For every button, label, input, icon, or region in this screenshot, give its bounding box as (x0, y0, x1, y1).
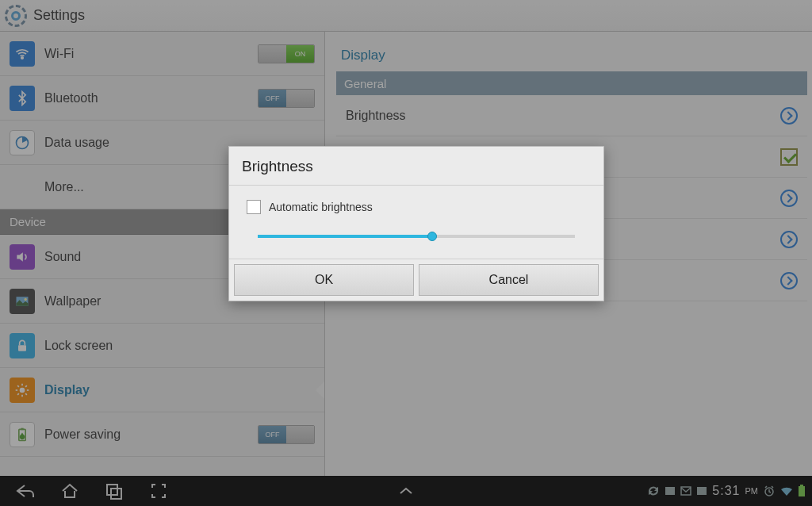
sidebar-item-lock-screen[interactable]: Lock screen (0, 324, 324, 368)
sidebar-label: Data usage (44, 136, 109, 150)
svg-line-11 (25, 393, 27, 395)
brightness-dialog: Brightness Automatic brightness OK Cance… (228, 146, 604, 301)
chevron-right-icon (780, 231, 798, 248)
chevron-right-icon (780, 190, 798, 207)
display-icon (10, 378, 35, 403)
sidebar-item-bluetooth[interactable]: Bluetooth OFF (0, 76, 324, 121)
svg-line-10 (17, 385, 19, 387)
checkbox-checked-icon (780, 148, 798, 166)
header-title: Settings (33, 7, 85, 24)
alarm-icon (763, 485, 776, 496)
sound-icon (10, 244, 35, 270)
bluetooth-icon (10, 86, 35, 111)
svg-rect-4 (18, 345, 26, 351)
detail-section-general: General (336, 71, 807, 95)
svg-point-3 (25, 297, 27, 300)
automatic-brightness-row[interactable]: Automatic brightness (247, 200, 586, 214)
recent-apps-button[interactable] (103, 480, 125, 502)
mail-icon (680, 486, 691, 496)
chevron-right-icon (780, 107, 798, 125)
sidebar-label: Display (44, 383, 90, 397)
svg-point-0 (21, 56, 24, 59)
download-icon (696, 486, 707, 496)
sidebar-label: Sound (44, 250, 81, 264)
clock-ampm: PM (745, 486, 759, 496)
sidebar-item-power-saving[interactable]: Power saving OFF (0, 412, 324, 457)
power-saving-icon (10, 422, 35, 447)
automatic-brightness-checkbox[interactable] (247, 200, 261, 214)
svg-rect-18 (665, 487, 675, 495)
dialog-title: Brightness (229, 147, 603, 186)
app-header: Settings (0, 0, 812, 32)
status-area[interactable]: 5:31 PM (647, 484, 812, 498)
svg-rect-19 (681, 487, 691, 495)
svg-rect-23 (800, 485, 803, 486)
wifi-status-icon (780, 485, 793, 496)
screenshot-button[interactable] (147, 480, 170, 502)
detail-row-brightness[interactable]: Brightness (336, 95, 807, 136)
sidebar-label: Lock screen (44, 339, 113, 353)
svg-rect-17 (111, 489, 121, 499)
system-navbar: 5:31 PM (0, 476, 812, 506)
sidebar-item-display[interactable]: Display (0, 368, 324, 412)
sidebar-label: Bluetooth (44, 91, 98, 105)
cancel-button[interactable]: Cancel (419, 264, 599, 296)
svg-rect-20 (697, 487, 707, 495)
sync-icon (647, 485, 660, 496)
expand-indicator-icon[interactable] (395, 480, 417, 502)
chevron-right-icon (780, 272, 798, 289)
svg-point-5 (20, 387, 25, 393)
svg-rect-22 (799, 486, 805, 496)
home-button[interactable] (59, 480, 81, 502)
svg-line-13 (17, 393, 19, 395)
sidebar-label: More... (44, 180, 84, 194)
automatic-brightness-label: Automatic brightness (269, 201, 373, 213)
slider-thumb[interactable] (427, 232, 437, 241)
sidebar-item-wifi[interactable]: Wi-Fi ON (0, 32, 324, 76)
power-saving-toggle[interactable]: OFF (258, 425, 315, 444)
sidebar-label: Wallpaper (44, 294, 101, 309)
sidebar-label: Wi-Fi (44, 47, 74, 61)
svg-rect-15 (21, 427, 23, 430)
slider-fill (258, 235, 432, 238)
data-usage-icon (10, 130, 35, 155)
settings-gear-icon (5, 5, 27, 27)
back-button[interactable] (14, 480, 36, 502)
bluetooth-toggle[interactable]: OFF (258, 89, 315, 108)
wifi-toggle[interactable]: ON (258, 44, 315, 63)
clock-time: 5:31 (712, 484, 740, 498)
detail-title: Display (341, 48, 807, 63)
svg-line-12 (25, 385, 27, 387)
svg-rect-16 (107, 485, 117, 495)
sidebar-label: Power saving (44, 427, 121, 442)
sd-icon (665, 486, 676, 496)
wifi-icon (10, 41, 35, 67)
lock-icon (10, 333, 35, 358)
battery-icon (798, 485, 806, 497)
wallpaper-icon (10, 289, 35, 314)
ok-button[interactable]: OK (234, 264, 414, 296)
brightness-slider[interactable] (258, 235, 575, 238)
